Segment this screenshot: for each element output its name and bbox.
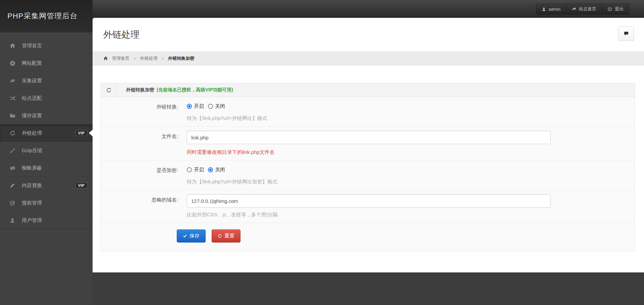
compress-icon [9,148,16,154]
radio-selected-icon[interactable] [208,167,213,172]
breadcrumb-item-home[interactable]: 管理首页 [112,55,129,61]
save-button-label: 保存 [190,233,200,239]
sidebar-item-label: 网站配置 [22,60,42,67]
radio-unselected-icon[interactable] [208,104,213,109]
sidebar-item-label: 管理首页 [22,43,42,49]
link-convert-off-option[interactable]: 关闭 [208,103,225,110]
form-row-encrypt: 是否加密: 开启 关闭 转为【/link.php?url=外链网址加密】格式 [101,161,635,190]
sidebar-item-label: 授权管理 [22,200,42,206]
forward-icon [572,7,576,11]
home-icon [9,43,16,49]
page-title: 外链处理 [103,29,140,41]
reset-button[interactable]: 重置 [212,229,240,243]
check-icon [183,234,187,238]
ignore-domains-input[interactable] [187,194,551,208]
field-control: 开启 关闭 转为【/link.php?url=外链网址加密】格式 [187,165,635,185]
field-control: 开启 关闭 转为【/link.php?url=外链网址】格式 [187,101,635,122]
breadcrumb-item-current: 外链转换加密 [168,55,194,61]
sidebar-item-external-links[interactable]: 外链处理 VIP [0,124,93,142]
pencil-icon [9,183,16,188]
encrypt-on-option[interactable]: 开启 [187,167,204,173]
breadcrumb-separator: > [162,56,164,61]
sidebar-item-user-manage[interactable]: 用户管理 [0,212,93,229]
site-home-button[interactable]: 站点首页 [566,4,602,14]
radio-label: 关闭 [215,103,225,110]
topbar: admin 站点首页 退出 [0,0,644,18]
sidebar-item-cache-settings[interactable]: 缓存设置 [0,107,93,124]
sidebar-item-label: 站点适配 [22,95,42,101]
sidebar-item-label: 蜘蛛屏蔽 [22,165,42,171]
encrypt-radio-group: 开启 关闭 [187,165,626,175]
vip-badge: VIP [75,130,87,136]
sidebar-item-site-config[interactable]: 网站配置 [0,54,93,72]
radio-selected-icon[interactable] [187,104,192,109]
panel-header: 外链转换加密 (当前域名已授权，高级VIP功能可用) [101,83,635,97]
sidebar-item-label: 用户管理 [22,217,42,224]
breadcrumb-item-external-links[interactable]: 外链处理 [140,55,158,61]
radio-label: 开启 [194,167,204,173]
refresh-icon [9,130,16,136]
save-button[interactable]: 保存 [177,229,206,243]
brand-title: PHP采集网管理后台 [7,11,77,21]
page-header: 外链处理 [93,18,644,51]
user-icon [542,7,546,11]
radio-unselected-icon[interactable] [187,167,192,172]
form-actions-row: 保存 重置 [101,223,635,251]
comment-button[interactable] [618,26,634,41]
sidebar-item-label: 缓存设置 [22,113,42,119]
sidebar-item-site-adapt[interactable]: 站点适配 [0,89,93,107]
sidebar-nav: 管理首页 网站配置 采集设置 站点适配 缓存设置 外链处理 VIP [0,33,93,305]
refresh-icon [106,87,112,93]
panel-refresh-button[interactable] [101,83,117,97]
radio-label: 关闭 [215,167,225,173]
field-label: 外链转换: [101,101,178,122]
shuffle-icon [9,95,16,101]
user-icon [9,218,16,223]
sidebar-item-gzip[interactable]: Gzip压缩 [0,142,93,159]
field-hint: 比如外部CSS、js、友链等，多个用|分隔 [187,212,626,218]
sidebar-item-content-replace[interactable]: 内容替换 VIP [0,177,93,194]
field-hint: 转为【/link.php?url=外链网址加密】格式 [187,179,626,185]
form-row-ignore-domains: 忽略的域名: 比如外部CSS、js、友链等，多个用|分隔 [101,190,635,223]
collect-icon [9,78,16,84]
form-row-link-convert: 外链转换: 开启 关闭 转为【/link.php?url=外链网址】格式 [101,97,635,127]
sidebar-item-auth-manage[interactable]: 授权管理 [0,194,93,212]
sidebar-item-spider-block[interactable]: 蜘蛛屏蔽 [0,159,93,177]
gear-icon [9,60,16,66]
encrypt-off-option[interactable]: 关闭 [208,167,225,173]
logout-button[interactable]: 退出 [602,4,629,14]
field-control: 比如外部CSS、js、友链等，多个用|分隔 [187,194,635,218]
form-row-filename: 文件名: 同时需要修改根目录下的link.php文件名 [101,127,635,161]
active-item-arrow [89,130,93,136]
home-icon[interactable] [103,56,108,61]
admin-user-label: admin [549,7,560,12]
speech-bubble-icon [624,31,629,36]
admin-user-button[interactable]: admin [536,4,566,14]
brand-logo[interactable]: PHP采集网管理后台 [0,0,93,33]
logout-label: 退出 [615,6,624,12]
link-convert-on-option[interactable]: 开启 [187,103,204,110]
panel-auth-note: (当前域名已授权，高级VIP功能可用) [157,87,233,93]
folder-icon [9,113,16,119]
field-warning-hint: 同时需要修改根目录下的link.php文件名 [187,149,626,156]
field-label: 忽略的域名: [101,194,178,218]
power-icon [607,7,612,11]
field-hint: 转为【/link.php?url=外链网址】格式 [187,115,626,122]
link-convert-radio-group: 开启 关闭 [187,101,626,111]
eye-slash-icon [9,165,16,171]
sidebar-item-admin-home[interactable]: 管理首页 [0,37,93,54]
refresh-icon [218,234,222,238]
sidebar-item-label: 内容替换 [22,182,42,189]
panel-title: 外链转换加密 [126,87,154,93]
field-label: 是否加密: [101,165,178,185]
site-home-label: 站点首页 [579,6,596,12]
content-card: 外链处理 管理首页 > 外链处理 > 外链转换加密 外链转换加密 ( [93,18,644,272]
radio-label: 开启 [194,103,204,110]
sidebar-item-collect-settings[interactable]: 采集设置 [0,72,93,89]
sidebar-item-label: 采集设置 [22,78,42,84]
sidebar-item-label: 外链处理 [22,130,42,136]
check-square-icon [9,200,16,206]
field-control: 同时需要修改根目录下的link.php文件名 [187,131,635,156]
vip-badge: VIP [75,182,87,188]
filename-input[interactable] [187,131,551,144]
